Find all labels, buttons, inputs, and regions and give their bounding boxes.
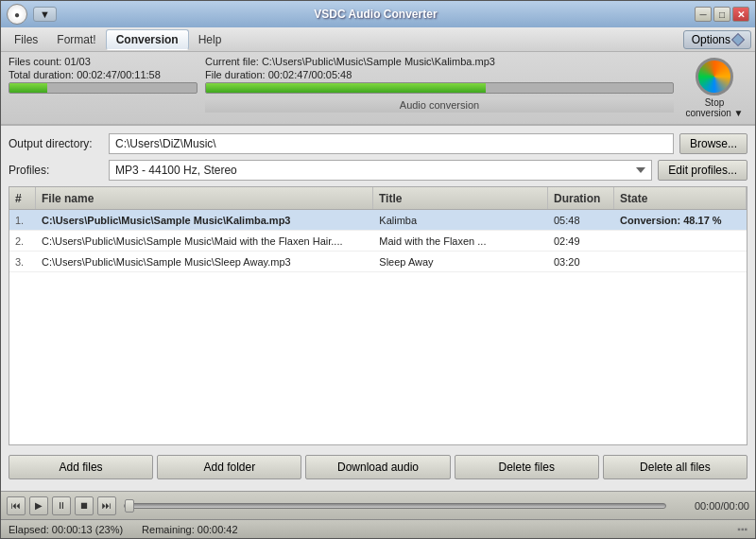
menu-bar: Files Format! Conversion Help Options — [1, 27, 755, 52]
menu-format[interactable]: Format! — [47, 30, 105, 49]
cell-state — [614, 252, 747, 271]
table-row[interactable]: 2. C:\Users\Public\Music\Sample Music\Ma… — [9, 231, 747, 252]
add-folder-button[interactable]: Add folder — [157, 455, 301, 479]
profiles-label: Profiles: — [9, 164, 103, 177]
seek-thumb[interactable] — [125, 499, 134, 513]
browse-button[interactable]: Browse... — [679, 133, 747, 154]
stop-conversion-button[interactable]: Stopconversion ▼ — [681, 56, 747, 120]
stop-button[interactable]: ⏹ — [75, 496, 94, 515]
app-logo: ● — [7, 4, 27, 25]
info-left: Files count: 01/03 Total duration: 00:02… — [9, 56, 198, 120]
table-row[interactable]: 1. C:\Users\Public\Music\Sample Music\Ka… — [9, 210, 747, 231]
delete-files-button[interactable]: Delete files — [455, 455, 599, 479]
profiles-select[interactable]: MP3 - 44100 Hz, Stereo — [109, 160, 652, 181]
window-title: VSDC Audio Converter — [62, 8, 689, 21]
options-button[interactable]: Options — [683, 30, 751, 49]
elapsed-text: Elapsed: 00:00:13 (23%) — [9, 524, 123, 535]
total-duration: Total duration: 00:02:47/00:11:58 — [9, 69, 198, 80]
title-bar: ● ▼ VSDC Audio Converter ─ □ ✕ — [1, 1, 755, 27]
cell-title: Maid with the Flaxen ... — [373, 231, 548, 251]
content-area: Output directory: Browse... Profiles: MP… — [1, 126, 755, 491]
cell-duration: 05:48 — [548, 210, 614, 230]
options-label: Options — [692, 33, 730, 46]
stop-label: Stopconversion ▼ — [685, 97, 743, 118]
file-progress-fill — [206, 83, 486, 93]
status-grip: ▪▪▪ — [737, 524, 747, 534]
download-audio-button[interactable]: Download audio — [305, 455, 450, 479]
cell-filename: C:\Users\Public\Music\Sample Music\Sleep… — [36, 252, 373, 271]
col-header-state: State — [614, 187, 747, 209]
file-duration: File duration: 00:02:47/00:05:48 — [205, 69, 674, 80]
files-count: Files count: 01/03 — [9, 56, 198, 67]
seek-bar[interactable] — [124, 503, 666, 509]
stop-icon — [696, 58, 733, 96]
col-header-title: Title — [373, 187, 548, 209]
table-row[interactable]: 3. C:\Users\Public\Music\Sample Music\Sl… — [9, 252, 747, 272]
cell-filename: C:\Users\Public\Music\Sample Music\Maid … — [36, 231, 373, 251]
status-bar: Elapsed: 00:00:13 (23%) Remaining: 00:00… — [1, 519, 755, 538]
play-button[interactable]: ▶ — [29, 496, 48, 515]
diamond-icon — [731, 32, 745, 45]
menu-files[interactable]: Files — [5, 30, 47, 49]
table-header: # File name Title Duration State — [9, 187, 747, 210]
audio-conversion-label: Audio conversion — [205, 97, 674, 113]
titlebar-dropdown[interactable]: ▼ — [33, 7, 57, 22]
prev-button[interactable]: ⏮ — [7, 496, 26, 515]
transport-bar: ⏮ ▶ ⏸ ⏹ ⏭ 00:00/00:00 — [1, 491, 755, 519]
current-file: Current file: C:\Users\Public\Music\Samp… — [205, 56, 674, 67]
file-progress-bar — [205, 82, 674, 94]
remaining-text: Remaining: 00:00:42 — [142, 524, 238, 535]
output-dir-label: Output directory: — [9, 137, 103, 150]
profiles-row: Profiles: MP3 - 44100 Hz, Stereo Edit pr… — [9, 160, 747, 181]
minimize-button[interactable]: ─ — [695, 7, 712, 22]
time-display: 00:00/00:00 — [674, 500, 749, 512]
cell-num: 2. — [9, 231, 36, 251]
cell-num: 1. — [9, 210, 36, 230]
delete-all-files-button[interactable]: Delete all files — [603, 455, 747, 479]
main-window: ● ▼ VSDC Audio Converter ─ □ ✕ Files For… — [0, 0, 756, 539]
output-dir-input[interactable] — [109, 133, 674, 154]
info-right: Current file: C:\Users\Public\Music\Samp… — [205, 56, 674, 120]
menu-conversion[interactable]: Conversion — [106, 29, 189, 50]
total-progress-fill — [9, 83, 47, 93]
info-panel: Files count: 01/03 Total duration: 00:02… — [1, 52, 755, 126]
cell-title: Kalimba — [373, 210, 548, 230]
pause-button[interactable]: ⏸ — [52, 496, 71, 515]
maximize-button[interactable]: □ — [713, 7, 730, 22]
col-header-duration: Duration — [548, 187, 614, 209]
next-button[interactable]: ⏭ — [97, 496, 116, 515]
file-table: # File name Title Duration State 1. C:\U… — [9, 186, 747, 445]
cell-state — [614, 231, 747, 251]
cell-num: 3. — [9, 252, 36, 271]
col-header-filename: File name — [36, 187, 373, 209]
cell-duration: 02:49 — [548, 231, 614, 251]
cell-filename: C:\Users\Public\Music\Sample Music\Kalim… — [36, 210, 373, 230]
cell-title: Sleep Away — [373, 252, 548, 271]
bottom-buttons: Add files Add folder Download audio Dele… — [9, 451, 747, 483]
menu-help[interactable]: Help — [189, 30, 232, 49]
add-files-button[interactable]: Add files — [9, 455, 153, 479]
output-dir-row: Output directory: Browse... — [9, 133, 747, 154]
close-button[interactable]: ✕ — [732, 7, 749, 22]
col-header-num: # — [9, 187, 36, 209]
cell-state: Conversion: 48.17 % — [614, 210, 747, 230]
total-progress-bar — [9, 82, 198, 94]
cell-duration: 03:20 — [548, 252, 614, 271]
stop-gear — [696, 58, 733, 96]
table-body: 1. C:\Users\Public\Music\Sample Music\Ka… — [9, 210, 747, 444]
edit-profiles-button[interactable]: Edit profiles... — [658, 160, 747, 181]
window-controls: ─ □ ✕ — [695, 7, 749, 22]
